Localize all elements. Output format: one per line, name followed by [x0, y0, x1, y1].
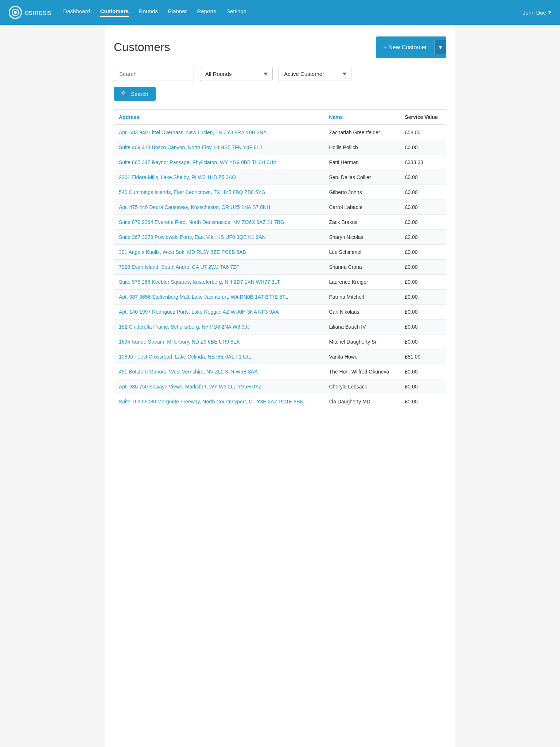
- address-link[interactable]: 152 Cinderella Prairie, Schulistberg, NY…: [119, 324, 249, 330]
- table-row: 301 Angela Knolls, West Suk, MD RL3Y 3ZE…: [114, 245, 446, 260]
- table-cell-address: Apt. 685 750 Sawayn Views, Marksfort, WY…: [114, 379, 324, 394]
- table-cell-value: £0.00: [400, 305, 446, 320]
- table-cell-value: £0.00: [400, 290, 446, 305]
- table-row: Apt. 987 3656 Stoltenberg Mall, Lake Jac…: [114, 290, 446, 305]
- page-header: Customers + New Customer ▾: [114, 36, 446, 58]
- table-cell-value: £0.00: [400, 170, 446, 185]
- table-row: 1694 Kunde Stream, Millerbury, ND Z9 6BE…: [114, 334, 446, 349]
- table-cell-value: £58.00: [400, 125, 446, 140]
- address-link[interactable]: Apt. 987 3656 Stoltenberg Mall, Lake Jac…: [119, 294, 288, 300]
- search-input[interactable]: [114, 67, 194, 81]
- address-link[interactable]: Apt. 685 750 Sawayn Views, Marksfort, WY…: [119, 384, 262, 390]
- new-customer-dropdown-arrow[interactable]: ▾: [434, 40, 446, 54]
- table-row: 152 Cinderella Prairie, Schulistberg, NY…: [114, 320, 446, 334]
- table-cell-value: £0.00: [400, 379, 446, 394]
- nav-link-settings[interactable]: Settings: [226, 8, 246, 17]
- table-cell-address: 152 Cinderella Prairie, Schulistberg, NY…: [114, 320, 324, 334]
- new-customer-label: + New Customer: [376, 40, 434, 54]
- table-row: 491 Botsford Manors, West Vernshire, NV …: [114, 364, 446, 379]
- status-select[interactable]: Active Customer: [279, 67, 351, 81]
- main-content: Customers + New Customer ▾ All Rounds Ac…: [105, 25, 455, 747]
- user-menu[interactable]: John Doe ▾: [523, 9, 551, 16]
- table-cell-address: Apt. 475 446 Dedra Causeway, Kosschester…: [114, 200, 324, 215]
- table-cell-value: £0.00: [400, 275, 446, 290]
- table-cell-value: £0.00: [400, 185, 446, 200]
- address-link[interactable]: 2301 Eldora Mills, Lake Shelby, RI W3 1H…: [119, 174, 236, 180]
- table-cell-name: Gilberto Johns I: [324, 185, 400, 200]
- nav-link-planner[interactable]: Planner: [168, 8, 187, 17]
- rounds-select[interactable]: All Rounds: [200, 67, 273, 81]
- table-cell-name: Vanita Howe: [324, 349, 400, 364]
- address-link[interactable]: Suite 469 413 Bosco Canyon, North Eloy, …: [119, 144, 262, 150]
- table-cell-name: Zack Brakus: [324, 215, 400, 230]
- table-cell-name: Ida Daugherty MD: [324, 394, 400, 409]
- table-row: Suite 469 413 Bosco Canyon, North Eloy, …: [114, 140, 446, 155]
- customers-table: Address Name Service Value Apt. 683 940 …: [114, 109, 446, 409]
- address-link[interactable]: Suite 769 56080 Margurite Freeway, North…: [119, 399, 304, 405]
- table-cell-name: The Hon. Wilfred Okuneva: [324, 364, 400, 379]
- table-cell-address: Suite 469 413 Bosco Canyon, North Eloy, …: [114, 140, 324, 155]
- table-cell-address: Suite 975 268 Keebler Squares, Kristofer…: [114, 275, 324, 290]
- table-row: Apt. 140 1997 Rodriguez Ports, Lake Regg…: [114, 305, 446, 320]
- col-header-value: Service Value: [400, 110, 446, 125]
- filters-row: All Rounds Active Customer: [114, 67, 446, 81]
- table-cell-name: Hollis Pollich: [324, 140, 400, 155]
- address-link[interactable]: Suite 865 347 Raynor Passage, Phyliciato…: [119, 159, 277, 165]
- address-link[interactable]: Apt. 683 940 Littel Overpass, New Lucien…: [119, 129, 267, 135]
- col-header-name[interactable]: Name: [324, 110, 400, 125]
- table-row: Suite 367 3079 Powlowski Ports, East Vik…: [114, 230, 446, 245]
- nav-link-dashboard[interactable]: Dashboard: [63, 8, 90, 17]
- table-cell-address: Suite 865 347 Raynor Passage, Phyliciato…: [114, 155, 324, 170]
- address-link[interactable]: 301 Angela Knolls, West Suk, MD RL3Y 3ZE…: [119, 249, 246, 255]
- user-dropdown-icon: ▾: [548, 9, 551, 16]
- table-cell-address: 10895 Feest Crossroad, Lake Celinda, NE …: [114, 349, 324, 364]
- table-cell-value: £333.33: [400, 155, 446, 170]
- table-row: Suite 769 56080 Margurite Freeway, North…: [114, 394, 446, 409]
- nav-link-reports[interactable]: Reports: [197, 8, 217, 17]
- nav-link-customers[interactable]: Customers: [100, 8, 129, 17]
- table-cell-address: 2301 Eldora Mills, Lake Shelby, RI W3 1H…: [114, 170, 324, 185]
- address-link[interactable]: 10895 Feest Crossroad, Lake Celinda, NE …: [119, 354, 251, 360]
- address-link[interactable]: 1694 Kunde Stream, Millerbury, ND Z9 6BE…: [119, 339, 240, 345]
- address-link[interactable]: 7928 Evan Island, South Andre, CA U7 2WJ…: [119, 264, 240, 270]
- table-cell-address: 301 Angela Knolls, West Suk, MD RL3Y 3ZE…: [114, 245, 324, 260]
- table-cell-name: Laurence Kreiger: [324, 275, 400, 290]
- table-cell-value: £0.00: [400, 200, 446, 215]
- table-row: Suite 975 268 Keebler Squares, Kristofer…: [114, 275, 446, 290]
- nav-link-rounds[interactable]: Rounds: [139, 8, 158, 17]
- logo[interactable]: osmosis: [9, 6, 51, 19]
- table-row: 7928 Evan Island, South Andre, CA U7 2WJ…: [114, 260, 446, 275]
- table-row: Apt. 683 940 Littel Overpass, New Lucien…: [114, 125, 446, 140]
- address-link[interactable]: Apt. 475 446 Dedra Causeway, Kosschester…: [119, 204, 270, 210]
- address-link[interactable]: Suite 879 9264 Everette Ford, North Deni…: [119, 219, 284, 225]
- table-cell-value: £0.00: [400, 334, 446, 349]
- table-cell-value: £81.00: [400, 349, 446, 364]
- col-header-address[interactable]: Address: [114, 110, 324, 125]
- search-button-label: Search: [131, 91, 148, 97]
- address-link[interactable]: 540 Cummings Islands, East Cedrictown, T…: [119, 189, 265, 195]
- table-cell-value: £0.00: [400, 320, 446, 334]
- table-cell-value: £0.00: [400, 364, 446, 379]
- table-cell-value: £0.00: [400, 260, 446, 275]
- search-icon: 🔍: [121, 90, 128, 97]
- table-row: 2301 Eldora Mills, Lake Shelby, RI W3 1H…: [114, 170, 446, 185]
- new-customer-button[interactable]: + New Customer ▾: [376, 36, 446, 58]
- table-cell-name: Zachariah Greenfelder: [324, 125, 400, 140]
- table-row: Apt. 685 750 Sawayn Views, Marksfort, WY…: [114, 379, 446, 394]
- page-title: Customers: [114, 40, 170, 54]
- table-cell-address: 491 Botsford Manors, West Vernshire, NV …: [114, 364, 324, 379]
- table-cell-name: Sharyn Nicolas: [324, 230, 400, 245]
- address-link[interactable]: Apt. 140 1997 Rodriguez Ports, Lake Regg…: [119, 309, 279, 315]
- address-link[interactable]: Suite 367 3079 Powlowski Ports, East Vik…: [119, 234, 266, 240]
- search-button[interactable]: 🔍 Search: [114, 87, 156, 101]
- address-link[interactable]: 491 Botsford Manors, West Vernshire, NV …: [119, 369, 258, 375]
- table-cell-value: £0.00: [400, 140, 446, 155]
- table-cell-name: Lue Schimmel: [324, 245, 400, 260]
- table-row: Suite 865 347 Raynor Passage, Phyliciato…: [114, 155, 446, 170]
- table-cell-address: Apt. 683 940 Littel Overpass, New Lucien…: [114, 125, 324, 140]
- table-cell-name: Cheryle Lebsack: [324, 379, 400, 394]
- table-cell-address: Apt. 140 1997 Rodriguez Ports, Lake Regg…: [114, 305, 324, 320]
- table-row: 540 Cummings Islands, East Cedrictown, T…: [114, 185, 446, 200]
- table-cell-address: 1694 Kunde Stream, Millerbury, ND Z9 6BE…: [114, 334, 324, 349]
- address-link[interactable]: Suite 975 268 Keebler Squares, Kristofer…: [119, 279, 280, 285]
